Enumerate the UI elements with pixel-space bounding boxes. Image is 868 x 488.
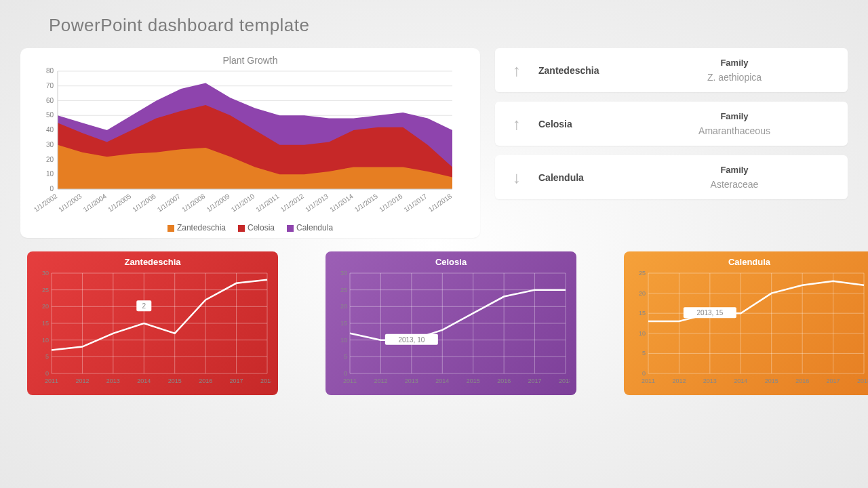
svg-text:50: 50 [46, 111, 54, 119]
mini-charts-row: Zantedeschia 051015202530201120122013201… [0, 238, 868, 395]
family-info: Family Z. aethiopica [633, 58, 835, 83]
svg-text:1/1/2011: 1/1/2011 [254, 192, 281, 214]
arrow-up-icon: ↑ [507, 115, 526, 134]
area-chart-svg: 010203040506070801/1/20021/1/20031/1/200… [31, 67, 458, 216]
mini-chart-title: Celosia [332, 257, 570, 267]
svg-text:15: 15 [340, 320, 347, 327]
arrow-down-icon: ↓ [507, 168, 526, 187]
family-card: ↑ Zantedeschia Family Z. aethiopica [495, 48, 848, 92]
mini-chart: Zantedeschia 051015202530201120122013201… [27, 251, 278, 395]
svg-text:1/1/2009: 1/1/2009 [205, 192, 232, 214]
svg-text:2014: 2014 [435, 378, 449, 384]
mini-chart: Calendula 051015202520112012201320142015… [624, 251, 868, 395]
svg-text:20: 20 [46, 156, 54, 163]
svg-text:2018: 2018 [857, 378, 868, 384]
family-label: Family [633, 58, 835, 68]
svg-text:30: 30 [340, 270, 347, 277]
svg-text:1/1/2014: 1/1/2014 [328, 192, 355, 214]
svg-text:2013, 15: 2013, 15 [696, 309, 723, 317]
svg-text:2013: 2013 [405, 378, 418, 384]
svg-text:10: 10 [340, 337, 347, 344]
family-label: Family [633, 165, 835, 175]
svg-text:10: 10 [639, 330, 646, 337]
svg-text:30: 30 [42, 270, 49, 277]
svg-text:20: 20 [42, 303, 49, 310]
family-card: ↑ Celosia Family Amaranthaceous [495, 102, 848, 146]
svg-text:0: 0 [50, 185, 54, 192]
main-area-chart: Plant Growth 010203040506070801/1/20021/… [20, 48, 480, 238]
svg-text:15: 15 [639, 310, 646, 317]
family-name: Zantedeschia [538, 65, 633, 76]
legend-item: Calendula [287, 223, 333, 232]
mini-chart-title: Zantedeschia [34, 257, 271, 267]
chart-title: Plant Growth [31, 55, 470, 66]
svg-text:5: 5 [45, 353, 49, 360]
svg-text:1/1/2003: 1/1/2003 [57, 192, 83, 214]
svg-text:1/1/2008: 1/1/2008 [180, 192, 207, 214]
svg-text:2013: 2013 [106, 378, 120, 384]
svg-text:25: 25 [639, 270, 646, 277]
svg-text:20: 20 [639, 290, 646, 297]
svg-text:2016: 2016 [199, 378, 212, 384]
svg-text:1/1/2005: 1/1/2005 [106, 192, 133, 214]
svg-text:1/1/2018: 1/1/2018 [427, 192, 454, 214]
svg-text:25: 25 [42, 287, 49, 293]
svg-text:1/1/2016: 1/1/2016 [378, 192, 404, 214]
chart-legend: ZantedeschiaCelosiaCalendula [31, 219, 470, 232]
svg-text:2012: 2012 [75, 378, 89, 384]
svg-text:1/1/2007: 1/1/2007 [156, 192, 182, 214]
svg-text:1/1/2015: 1/1/2015 [353, 192, 380, 214]
mini-chart-svg: 0510152025302011201220132014201520162017… [34, 270, 271, 386]
mini-chart-title: Calendula [631, 257, 868, 267]
svg-text:2012: 2012 [672, 378, 686, 384]
family-card: ↓ Calendula Family Asteraceae [495, 155, 848, 199]
svg-text:2017: 2017 [528, 378, 542, 384]
svg-text:25: 25 [340, 287, 347, 293]
svg-text:1/1/2002: 1/1/2002 [33, 192, 59, 214]
family-value: Amaranthaceous [633, 125, 835, 136]
svg-text:0: 0 [45, 370, 49, 377]
svg-text:2016: 2016 [497, 378, 511, 384]
svg-text:20: 20 [340, 303, 347, 310]
svg-text:40: 40 [46, 126, 54, 134]
svg-text:10: 10 [42, 337, 49, 344]
svg-text:2015: 2015 [765, 378, 778, 384]
family-name: Celosia [538, 119, 633, 129]
svg-text:1/1/2012: 1/1/2012 [279, 192, 306, 214]
svg-text:1/1/2013: 1/1/2013 [304, 192, 330, 214]
svg-text:10: 10 [46, 170, 54, 178]
svg-text:2018: 2018 [260, 378, 271, 384]
svg-text:80: 80 [46, 67, 54, 75]
svg-text:2018: 2018 [559, 378, 570, 384]
family-info: Family Amaranthaceous [633, 111, 835, 136]
legend-item: Zantedeschia [167, 223, 226, 232]
svg-text:0: 0 [642, 370, 646, 377]
svg-text:2016: 2016 [795, 378, 809, 384]
svg-text:1/1/2004: 1/1/2004 [82, 192, 108, 214]
svg-text:1/1/2006: 1/1/2006 [131, 192, 157, 214]
family-value: Asteraceae [633, 179, 835, 190]
svg-text:5: 5 [344, 353, 347, 360]
svg-text:2017: 2017 [230, 378, 243, 384]
family-label: Family [633, 111, 835, 121]
svg-text:30: 30 [46, 141, 54, 148]
svg-text:15: 15 [42, 320, 49, 327]
svg-text:2015: 2015 [467, 378, 480, 384]
svg-text:2014: 2014 [734, 378, 747, 384]
family-cards: ↑ Zantedeschia Family Z. aethiopica ↑ Ce… [495, 48, 848, 238]
svg-text:2012: 2012 [374, 378, 387, 384]
top-row: Plant Growth 010203040506070801/1/20021/… [0, 48, 868, 238]
mini-chart-svg: 0510152025201120122013201420152016201720… [631, 270, 868, 386]
svg-text:2011: 2011 [45, 378, 58, 384]
svg-text:2017: 2017 [827, 378, 840, 384]
family-value: Z. aethiopica [633, 72, 835, 83]
svg-text:2011: 2011 [642, 378, 655, 384]
family-info: Family Asteraceae [633, 165, 835, 190]
svg-text:70: 70 [46, 82, 54, 89]
page-title: PowerPoint dashboard template [49, 15, 868, 36]
svg-text:0: 0 [344, 370, 347, 377]
svg-text:2013: 2013 [703, 378, 717, 384]
svg-text:2011: 2011 [343, 378, 357, 384]
svg-text:2013, 10: 2013, 10 [398, 336, 425, 344]
family-name: Calendula [538, 172, 633, 183]
